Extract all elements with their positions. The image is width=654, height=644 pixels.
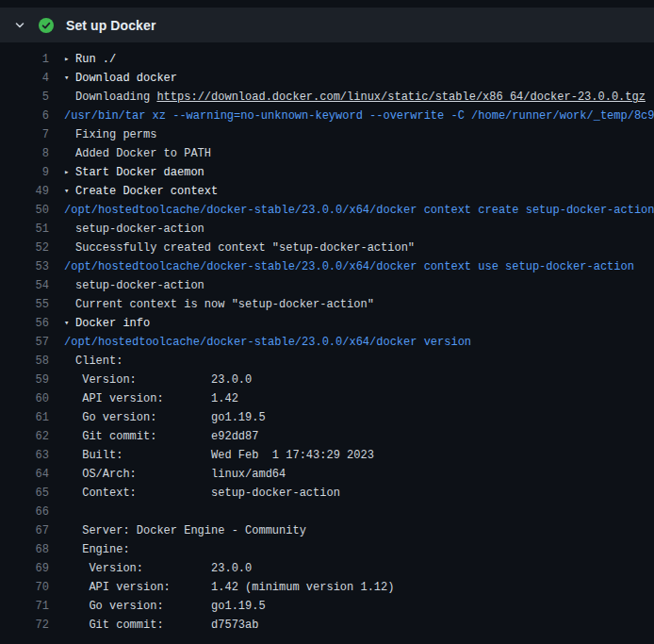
line-content[interactable]: ▸Run ./ bbox=[64, 53, 654, 66]
group-chevron-expanded-icon[interactable]: ▾ bbox=[64, 73, 75, 83]
line-number[interactable]: 9 bbox=[0, 166, 49, 179]
log-line: 6/usr/bin/tar xz --warning=no-unknown-ke… bbox=[0, 107, 654, 125]
line-number[interactable]: 58 bbox=[0, 355, 49, 368]
log-line: 69 Version: 23.0.0 bbox=[0, 559, 654, 578]
log-lines: 1▸Run ./4▾Download docker5Downloading ht… bbox=[0, 50, 654, 635]
log-line: 8Added Docker to PATH bbox=[0, 144, 654, 163]
log-line: 57/opt/hostedtoolcache/docker-stable/23.… bbox=[0, 333, 654, 352]
log-line: 1▸Run ./ bbox=[0, 50, 654, 69]
line-content: setup-docker-action bbox=[64, 223, 654, 236]
line-content: Git commit: e92dd87 bbox=[64, 430, 654, 443]
log-line: 54setup-docker-action bbox=[0, 276, 654, 295]
line-content[interactable]: ▾Docker info bbox=[64, 317, 654, 330]
line-number[interactable]: 59 bbox=[0, 373, 49, 387]
group-chevron-expanded-icon[interactable]: ▾ bbox=[64, 318, 75, 328]
line-content: API version: 1.42 (minimum version 1.12) bbox=[64, 581, 654, 594]
line-number[interactable]: 63 bbox=[0, 449, 49, 462]
log-line: 63 Built: Wed Feb 1 17:43:29 2023 bbox=[0, 446, 654, 465]
line-content: OS/Arch: linux/amd64 bbox=[64, 468, 654, 481]
line-number[interactable]: 55 bbox=[0, 298, 49, 311]
line-number[interactable]: 52 bbox=[0, 241, 49, 255]
line-number[interactable]: 65 bbox=[0, 487, 49, 500]
line-content: Built: Wed Feb 1 17:43:29 2023 bbox=[64, 449, 654, 462]
line-number[interactable]: 7 bbox=[0, 128, 49, 141]
group-title: Download docker bbox=[75, 72, 177, 85]
line-content: Version: 23.0.0 bbox=[64, 373, 654, 387]
log-line: 9▸Start Docker daemon bbox=[0, 163, 654, 182]
group-chevron-collapsed-icon[interactable]: ▸ bbox=[64, 54, 75, 64]
log-line: 65 Context: setup-docker-action bbox=[0, 484, 654, 503]
line-number[interactable]: 6 bbox=[0, 109, 49, 123]
line-number[interactable]: 53 bbox=[0, 260, 49, 273]
line-number[interactable]: 64 bbox=[0, 468, 49, 481]
line-content: Downloading https://download.docker.com/… bbox=[64, 91, 654, 104]
line-number[interactable]: 4 bbox=[0, 72, 49, 85]
log-area: 1▸Run ./4▾Download docker5Downloading ht… bbox=[0, 42, 654, 635]
line-number[interactable]: 66 bbox=[0, 505, 49, 519]
line-number[interactable]: 72 bbox=[0, 619, 49, 632]
line-content: Go version: go1.19.5 bbox=[64, 600, 654, 613]
line-content: Client: bbox=[64, 355, 654, 368]
line-number[interactable]: 54 bbox=[0, 279, 49, 292]
line-content: /usr/bin/tar xz --warning=no-unknown-key… bbox=[64, 109, 654, 123]
step-header[interactable]: Set up Docker bbox=[0, 8, 654, 42]
log-line: 64 OS/Arch: linux/amd64 bbox=[0, 465, 654, 484]
line-number[interactable]: 1 bbox=[0, 53, 49, 66]
line-number[interactable]: 69 bbox=[0, 562, 49, 575]
line-number[interactable]: 51 bbox=[0, 223, 49, 236]
line-number[interactable]: 61 bbox=[0, 411, 49, 424]
line-number[interactable]: 67 bbox=[0, 524, 49, 537]
log-line: 71 Go version: go1.19.5 bbox=[0, 597, 654, 616]
log-line: 5Downloading https://download.docker.com… bbox=[0, 88, 654, 107]
line-content[interactable]: ▸Start Docker daemon bbox=[64, 166, 654, 179]
line-content: Fixing perms bbox=[64, 128, 654, 141]
line-content: /opt/hostedtoolcache/docker-stable/23.0.… bbox=[64, 260, 654, 273]
check-circle-success-icon bbox=[39, 18, 54, 33]
log-line: 61 Go version: go1.19.5 bbox=[0, 408, 654, 427]
log-line: 56▾Docker info bbox=[0, 314, 654, 333]
log-line: 59 Version: 23.0.0 bbox=[0, 371, 654, 389]
step-title: Set up Docker bbox=[66, 18, 155, 33]
line-number[interactable]: 57 bbox=[0, 336, 49, 349]
line-content: Added Docker to PATH bbox=[64, 147, 654, 160]
log-line: 49▾Create Docker context bbox=[0, 182, 654, 201]
log-line: 55Current context is now "setup-docker-a… bbox=[0, 295, 654, 314]
log-line: 67 Server: Docker Engine - Community bbox=[0, 521, 654, 540]
line-number[interactable]: 70 bbox=[0, 581, 49, 594]
log-line: 58Client: bbox=[0, 352, 654, 371]
line-content: Successfully created context "setup-dock… bbox=[64, 241, 654, 255]
line-content: Git commit: d7573ab bbox=[64, 619, 654, 632]
download-link[interactable]: https://download.docker.com/linux/static… bbox=[156, 91, 645, 104]
line-content: Go version: go1.19.5 bbox=[64, 411, 654, 424]
line-content: /opt/hostedtoolcache/docker-stable/23.0.… bbox=[64, 204, 654, 217]
chevron-down-icon[interactable] bbox=[13, 20, 26, 31]
line-number[interactable]: 49 bbox=[0, 185, 49, 198]
line-number[interactable]: 50 bbox=[0, 204, 49, 217]
line-number[interactable]: 5 bbox=[0, 91, 49, 104]
line-number[interactable]: 68 bbox=[0, 543, 49, 556]
line-number[interactable]: 56 bbox=[0, 317, 49, 330]
group-chevron-expanded-icon[interactable]: ▾ bbox=[64, 186, 75, 196]
line-content[interactable]: ▾Download docker bbox=[64, 72, 654, 85]
link-prefix: Downloading bbox=[75, 91, 156, 104]
line-content: Server: Docker Engine - Community bbox=[64, 524, 654, 537]
line-number[interactable]: 62 bbox=[0, 430, 49, 443]
line-content: setup-docker-action bbox=[64, 279, 654, 292]
log-line: 72 Git commit: d7573ab bbox=[0, 616, 654, 635]
log-line: 51setup-docker-action bbox=[0, 220, 654, 239]
line-content: Context: setup-docker-action bbox=[64, 487, 654, 500]
line-content: /opt/hostedtoolcache/docker-stable/23.0.… bbox=[64, 336, 654, 349]
log-line: 60 API version: 1.42 bbox=[0, 389, 654, 408]
group-chevron-collapsed-icon[interactable]: ▸ bbox=[64, 167, 75, 177]
log-line: 62 Git commit: e92dd87 bbox=[0, 427, 654, 446]
line-content: API version: 1.42 bbox=[64, 392, 654, 405]
log-line: 53/opt/hostedtoolcache/docker-stable/23.… bbox=[0, 257, 654, 276]
log-line: 50/opt/hostedtoolcache/docker-stable/23.… bbox=[0, 201, 654, 220]
log-line: 70 API version: 1.42 (minimum version 1.… bbox=[0, 578, 654, 597]
line-number[interactable]: 8 bbox=[0, 147, 49, 160]
log-line: 66 bbox=[0, 503, 654, 521]
line-number[interactable]: 71 bbox=[0, 600, 49, 613]
group-title: Start Docker daemon bbox=[75, 166, 204, 179]
line-number[interactable]: 60 bbox=[0, 392, 49, 405]
line-content[interactable]: ▾Create Docker context bbox=[64, 185, 654, 198]
